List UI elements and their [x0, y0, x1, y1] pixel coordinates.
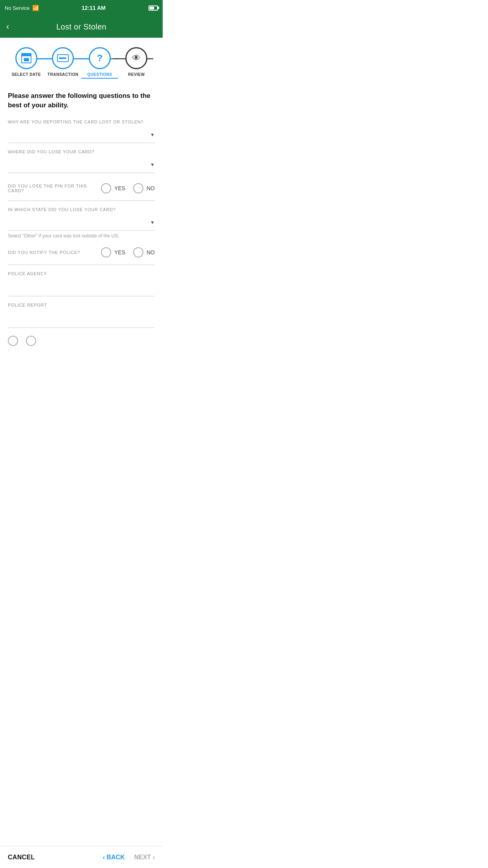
lose-pin-label: DID YOU LOSE THE PIN FOR THIS CARD?: [8, 184, 93, 193]
lose-pin-yes-label: YES: [114, 185, 125, 191]
lose-pin-row: DID YOU LOSE THE PIN FOR THIS CARD? YES …: [8, 179, 155, 197]
notify-police-row: DID YOU NOTIFY THE POLICE? YES NO: [8, 243, 155, 261]
notify-police-yes[interactable]: YES: [101, 247, 125, 257]
notify-police-yes-radio[interactable]: [101, 247, 111, 257]
lose-pin-no[interactable]: NO: [133, 183, 155, 193]
notify-police-no-label: NO: [147, 249, 155, 256]
step-circle-1: ███: [15, 47, 37, 69]
bottom-radio-1[interactable]: [8, 336, 18, 346]
question-icon: ?: [97, 53, 103, 64]
why-report-dropdown[interactable]: ▼: [8, 127, 155, 143]
status-time: 12:11 AM: [82, 5, 106, 11]
step-transaction: TRANSACTION: [45, 47, 82, 77]
step-circle-3: ?: [89, 47, 111, 69]
step-label-1: SELECT DATE: [12, 72, 41, 77]
header: ‹ Lost or Stolen: [0, 16, 163, 38]
why-report-arrow-icon: ▼: [150, 132, 155, 138]
which-state-arrow-icon: ▼: [150, 220, 155, 225]
status-bar: No Service 📶 12:11 AM: [0, 0, 163, 16]
which-state-group: IN WHICH STATE DID YOU LOSE YOUR CARD? ▼…: [8, 207, 155, 240]
battery-icon: [149, 6, 158, 11]
police-report-group: POLICE REPORT: [8, 303, 155, 328]
where-lost-label: WHERE DID YOU LOSE YOUR CARD?: [8, 149, 155, 154]
content-area: Please answer the following questions to…: [0, 83, 163, 350]
lose-pin-group: DID YOU LOSE THE PIN FOR THIS CARD? YES …: [8, 179, 155, 201]
where-lost-dropdown[interactable]: ▼: [8, 157, 155, 173]
lose-pin-no-label: NO: [147, 185, 155, 191]
where-lost-arrow-icon: ▼: [150, 162, 155, 167]
progress-steps: ███ SELECT DATE TRANSACTION ? QUESTIONS …: [0, 38, 163, 83]
police-agency-input[interactable]: [8, 279, 155, 296]
step-review: 👁 REVIEW: [118, 47, 155, 77]
step-label-3: QUESTIONS: [87, 72, 112, 77]
why-report-group: WHY ARE YOU REPORTING THE CARD LOST OR S…: [8, 120, 155, 143]
step-circle-2: [52, 47, 74, 69]
notify-police-group: DID YOU NOTIFY THE POLICE? YES NO: [8, 243, 155, 265]
which-state-dropdown[interactable]: ▼: [8, 215, 155, 231]
carrier-text: No Service: [5, 5, 30, 11]
bottom-radio-partial: [8, 336, 155, 350]
police-report-label: POLICE REPORT: [8, 303, 155, 307]
step-questions: ? QUESTIONS: [81, 47, 118, 79]
wifi-icon: 📶: [32, 5, 39, 11]
step-select-date: ███ SELECT DATE: [8, 47, 45, 77]
notify-police-no-radio[interactable]: [133, 247, 143, 257]
card-icon: [57, 54, 69, 62]
lose-pin-yes-radio[interactable]: [101, 183, 111, 193]
notify-police-yes-label: YES: [114, 249, 125, 256]
status-left: No Service 📶: [5, 5, 39, 11]
intro-text: Please answer the following questions to…: [8, 91, 155, 110]
why-report-label: WHY ARE YOU REPORTING THE CARD LOST OR S…: [8, 120, 155, 124]
step-underline: [81, 78, 118, 79]
lose-pin-no-radio[interactable]: [133, 183, 143, 193]
step-label-2: TRANSACTION: [48, 72, 78, 77]
back-button[interactable]: ‹: [6, 22, 9, 32]
step-circle-4: 👁: [125, 47, 147, 69]
bottom-radio-2[interactable]: [26, 336, 36, 346]
calendar-icon: ███: [21, 53, 31, 63]
status-right: [149, 6, 158, 11]
police-agency-group: POLICE AGENCY: [8, 271, 155, 296]
which-state-label: IN WHICH STATE DID YOU LOSE YOUR CARD?: [8, 207, 155, 212]
where-lost-group: WHERE DID YOU LOSE YOUR CARD? ▼: [8, 149, 155, 173]
notify-police-no[interactable]: NO: [133, 247, 155, 257]
notify-police-label: DID YOU NOTIFY THE POLICE?: [8, 250, 93, 255]
police-report-input[interactable]: [8, 311, 155, 328]
eye-icon: 👁: [132, 53, 141, 63]
step-label-4: REVIEW: [128, 72, 145, 77]
page-title: Lost or Stolen: [56, 22, 106, 31]
lose-pin-yes[interactable]: YES: [101, 183, 125, 193]
police-agency-label: POLICE AGENCY: [8, 271, 155, 276]
which-state-helper: Select "Other" if your card was lost out…: [8, 231, 155, 240]
